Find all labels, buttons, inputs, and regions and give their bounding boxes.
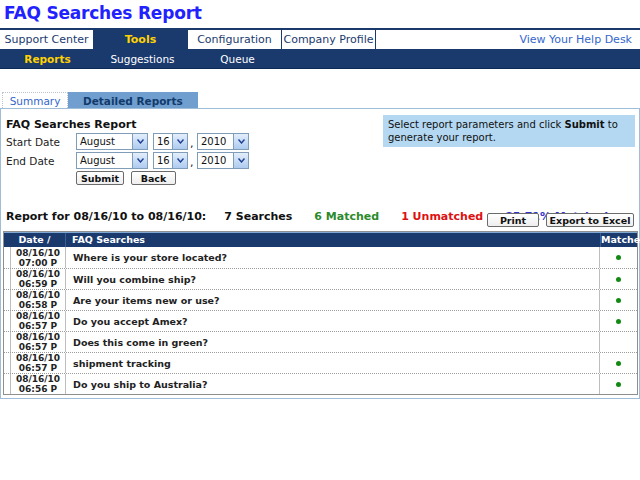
chevron-down-icon — [132, 134, 147, 149]
report-unmatched-count: 1 Unmatched — [401, 210, 483, 223]
start-date-row: Start Date August 16 , 2010 — [1, 133, 381, 151]
row-gutter — [4, 332, 11, 352]
back-button[interactable]: Back — [131, 171, 176, 185]
row-date: 08/16/10 — [16, 248, 60, 258]
report-matched-count: 6 Matched — [314, 210, 379, 223]
row-gutter — [4, 353, 11, 373]
row-query: Do you accept Amex? — [66, 311, 600, 331]
nav-item-configuration[interactable]: Configuration — [187, 30, 282, 49]
report-panel: FAQ Searches Report Start Date August 16… — [0, 108, 640, 399]
row-time: 06:57 P — [19, 321, 57, 331]
table-row[interactable]: 08/16/10 06:57 P Do you accept Amex? — [4, 310, 637, 331]
matched-dot-icon — [616, 361, 621, 366]
instruction-text: Select report parameters and click — [388, 119, 564, 130]
row-query: Do you ship to Australia? — [66, 374, 600, 394]
header-matched: Matched — [600, 233, 637, 247]
matched-dot-icon — [616, 382, 621, 387]
chevron-down-icon — [233, 134, 248, 149]
tab-detailed-reports[interactable]: Detailed Reports — [68, 92, 198, 108]
row-matched-cell — [600, 247, 637, 268]
row-date: 08/16/10 — [16, 353, 60, 363]
table-header-row: Date / Time FAQ Searches Matched — [4, 232, 637, 247]
row-gutter — [4, 290, 11, 310]
row-time: 06:56 P — [19, 384, 57, 394]
row-matched-cell — [600, 332, 637, 352]
row-date-time: 08/16/10 06:56 P — [11, 374, 66, 394]
nav-item-tools[interactable]: Tools — [93, 30, 188, 49]
nav-main-row: Support Center Tools Configuration Compa… — [0, 28, 640, 50]
end-date-label: End Date — [6, 155, 54, 167]
end-month-select[interactable]: August — [76, 152, 148, 169]
nav-sub-row: Reports Suggestions Queue — [0, 50, 640, 69]
row-time: 07:00 P — [19, 258, 57, 268]
row-query: shipment tracking — [66, 353, 600, 373]
row-gutter — [4, 269, 11, 289]
nav-item-company-profile[interactable]: Company Profile — [281, 30, 376, 49]
row-date: 08/16/10 — [16, 311, 60, 321]
view-help-desk-link[interactable]: View Your Help Desk — [520, 33, 633, 46]
header-faq-searches: FAQ Searches — [66, 233, 600, 247]
row-matched-cell — [600, 290, 637, 310]
row-date: 08/16/10 — [16, 374, 60, 384]
start-year-select[interactable]: 2010 — [197, 133, 249, 150]
table-body: 08/16/10 07:00 P Where is your store loc… — [4, 247, 637, 394]
row-date-time: 08/16/10 07:00 P — [11, 247, 66, 268]
subnav-item-reports[interactable]: Reports — [0, 50, 95, 68]
chevron-down-icon — [172, 134, 187, 149]
row-date-time: 08/16/10 06:58 P — [11, 290, 66, 310]
end-year-select[interactable]: 2010 — [197, 152, 249, 169]
submit-button[interactable]: Submit — [76, 171, 124, 185]
page-title: FAQ Searches Report — [4, 3, 202, 23]
row-matched-cell — [600, 269, 637, 289]
row-query: Will you combine ship? — [66, 269, 600, 289]
header-date-time: Date / Time — [4, 233, 66, 247]
chevron-down-icon — [233, 153, 248, 168]
matched-dot-icon — [616, 277, 621, 282]
row-matched-cell — [600, 353, 637, 373]
end-date-row: End Date August 16 , 2010 — [1, 152, 381, 170]
row-time: 06:57 P — [19, 342, 57, 352]
matched-dot-icon — [616, 298, 621, 303]
subnav-item-suggestions[interactable]: Suggestions — [95, 50, 190, 68]
table-row[interactable]: 08/16/10 06:57 P shipment tracking — [4, 352, 637, 373]
table-row[interactable]: 08/16/10 06:58 P Are your items new or u… — [4, 289, 637, 310]
row-gutter — [4, 374, 11, 394]
row-date-time: 08/16/10 06:57 P — [11, 332, 66, 352]
table-row[interactable]: 08/16/10 07:00 P Where is your store loc… — [4, 247, 637, 268]
row-date-time: 08/16/10 06:57 P — [11, 311, 66, 331]
tab-summary[interactable]: Summary — [2, 92, 68, 108]
report-tabs: Summary Detailed Reports — [2, 92, 198, 108]
row-query: Does this come in green? — [66, 332, 600, 352]
row-time: 06:59 P — [19, 279, 57, 289]
end-day-select[interactable]: 16 — [153, 152, 188, 169]
faq-searches-table: Date / Time FAQ Searches Matched 08/16/1… — [3, 231, 638, 395]
export-to-excel-button[interactable]: Export to Excel — [546, 213, 634, 227]
page: FAQ Searches Report Support Center Tools… — [0, 0, 640, 480]
matched-dot-icon — [616, 255, 621, 260]
start-date-label: Start Date — [6, 136, 60, 148]
table-row[interactable]: 08/16/10 06:59 P Will you combine ship? — [4, 268, 637, 289]
nav-right-area: View Your Help Desk — [376, 30, 640, 49]
row-matched-cell — [600, 374, 637, 394]
matched-dot-icon — [616, 319, 621, 324]
instruction-box: Select report parameters and click Submi… — [383, 115, 635, 147]
row-date: 08/16/10 — [16, 290, 60, 300]
subnav-item-queue[interactable]: Queue — [190, 50, 285, 68]
table-row[interactable]: 08/16/10 06:57 P Does this come in green… — [4, 331, 637, 352]
start-day-select[interactable]: 16 — [153, 133, 188, 150]
row-matched-cell — [600, 311, 637, 331]
row-date: 08/16/10 — [16, 269, 60, 279]
row-query: Are your items new or use? — [66, 290, 600, 310]
chevron-down-icon — [172, 153, 187, 168]
panel-heading: FAQ Searches Report — [6, 118, 136, 131]
nav-item-support-center[interactable]: Support Center — [0, 30, 94, 49]
table-row[interactable]: 08/16/10 06:56 P Do you ship to Australi… — [4, 373, 637, 394]
date-separator: , — [190, 137, 194, 150]
print-button[interactable]: Print — [487, 213, 539, 227]
instruction-bold: Submit — [564, 119, 604, 130]
row-gutter — [4, 311, 11, 331]
start-month-select[interactable]: August — [76, 133, 148, 150]
row-query: Where is your store located? — [66, 247, 600, 268]
row-date-time: 08/16/10 06:57 P — [11, 353, 66, 373]
report-searches-count: 7 Searches — [224, 210, 292, 223]
